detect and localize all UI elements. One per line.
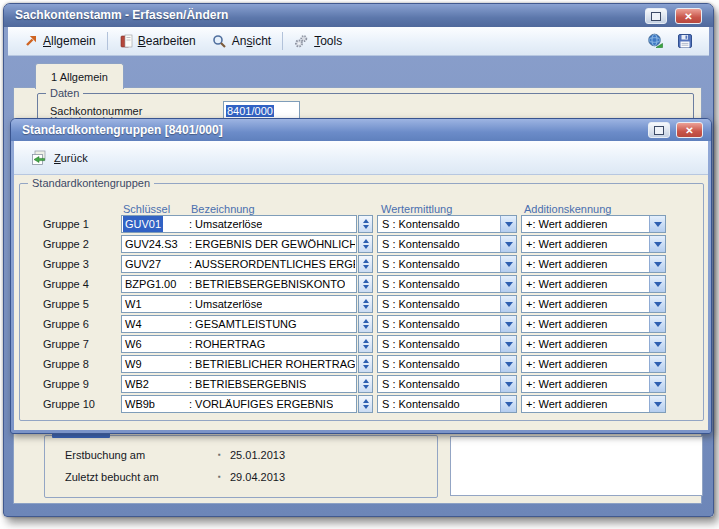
spinner-button[interactable]	[358, 295, 373, 313]
dropdown-button[interactable]	[500, 336, 516, 352]
dropdown-button[interactable]	[649, 216, 665, 232]
key-description-field[interactable]: W6 : ROHERTRAG	[121, 335, 357, 353]
dialog-restore-button[interactable]	[648, 122, 670, 138]
spinner-button[interactable]	[358, 235, 373, 253]
wertermittlung-select[interactable]: S : Kontensaldo	[377, 255, 517, 273]
dropdown-button[interactable]	[500, 276, 516, 292]
dropdown-button[interactable]	[500, 316, 516, 332]
main-restore-button[interactable]	[645, 8, 667, 24]
wertermittlung-select[interactable]: S : Kontensaldo	[377, 215, 517, 233]
key-description-field[interactable]: GUV24.S3 : ERGEBNIS DER GEWÖHNLICHEN GES	[121, 235, 357, 253]
dropdown-button[interactable]	[649, 276, 665, 292]
bullet-icon: ▪	[218, 472, 221, 481]
key-description-field[interactable]: W4 : GESAMTLEISTUNG	[121, 315, 357, 333]
spinner-button[interactable]	[358, 315, 373, 333]
key-description-field[interactable]: GUV27 : AUSSERORDENTLICHES ERGEBNIS	[121, 255, 357, 273]
menu-item-ansicht[interactable]: Ansicht	[204, 29, 279, 53]
dropdown-button[interactable]	[500, 356, 516, 372]
table-row: Gruppe 10 WB9b : VORLÄUFIGES ERGEBNIS S …	[11, 395, 711, 415]
wertermittlung-select[interactable]: S : Kontensaldo	[377, 395, 517, 413]
dropdown-button[interactable]	[649, 376, 665, 392]
wertermittlung-select[interactable]: S : Kontensaldo	[377, 335, 517, 353]
additionskennung-select[interactable]: +: Wert addieren	[521, 275, 666, 293]
wertermittlung-select[interactable]: S : Kontensaldo	[377, 235, 517, 253]
additionskennung-select[interactable]: +: Wert addieren	[521, 215, 666, 233]
key-description-field[interactable]: BZPG1.00 : BETRIEBSERGEBNISKONTO	[121, 275, 357, 293]
menu-item-bearbeiten[interactable]: Bearbeiten	[111, 29, 204, 53]
dropdown-button[interactable]	[500, 216, 516, 232]
wertermittlung-select[interactable]: S : Kontensaldo	[377, 295, 517, 313]
dropdown-button[interactable]	[500, 296, 516, 312]
restore-icon	[654, 126, 664, 135]
key-text: BZPG1.00	[125, 276, 176, 292]
dropdown-button[interactable]	[649, 336, 665, 352]
additionskennung-select[interactable]: +: Wert addieren	[521, 375, 666, 393]
spinner-button[interactable]	[358, 355, 373, 373]
spin-down-icon	[363, 325, 369, 329]
dialog-title: Standardkontengruppen [8401/000]	[22, 123, 223, 137]
chevron-down-icon	[654, 402, 662, 407]
spin-down-icon	[363, 385, 369, 389]
additionskennung-select[interactable]: +: Wert addieren	[521, 395, 666, 413]
dropdown-button[interactable]	[649, 316, 665, 332]
dropdown-button[interactable]	[500, 376, 516, 392]
dropdown-button[interactable]	[649, 356, 665, 372]
additionskennung-select[interactable]: +: Wert addieren	[521, 255, 666, 273]
column-header-wertermittlung: Wertermittlung	[381, 203, 452, 215]
table-row: Gruppe 2 GUV24.S3 : ERGEBNIS DER GEWÖHNL…	[11, 235, 711, 255]
restore-icon	[651, 12, 661, 21]
sachkontonummer-input[interactable]: 8401/000	[223, 101, 300, 119]
wertermittlung-select[interactable]: S : Kontensaldo	[377, 355, 517, 373]
spin-up-icon	[363, 259, 369, 263]
menu-item-tools[interactable]: Tools	[286, 29, 350, 53]
key-description-field[interactable]: W9 : BETRIEBLICHER ROHERTRAG	[121, 355, 357, 373]
table-row: Gruppe 7 W6 : ROHERTRAG S : Kontensaldo …	[11, 335, 711, 355]
additionskennung-select[interactable]: +: Wert addieren	[521, 355, 666, 373]
notes-panel[interactable]	[450, 436, 703, 496]
standard-groups-rows: Gruppe 1 GUV01 : Umsatzerlöse S : Konten…	[11, 215, 711, 415]
spinner-button[interactable]	[358, 375, 373, 393]
key-text: GUV24.S3	[125, 236, 178, 252]
wertermittlung-select[interactable]: S : Kontensaldo	[377, 315, 517, 333]
additionskennung-select[interactable]: +: Wert addieren	[521, 335, 666, 353]
booking-row: Zuletzt bebucht am ▪ 29.04.2013	[45, 471, 437, 485]
table-row: Gruppe 9 WB2 : BETRIEBSERGEBNIS S : Kont…	[11, 375, 711, 395]
main-close-button[interactable]: ✕	[675, 8, 702, 24]
dropdown-button[interactable]	[649, 396, 665, 412]
tab-allgemein[interactable]: 1 Allgemein	[35, 63, 124, 89]
key-description-field[interactable]: WB2 : BETRIEBSERGEBNIS	[121, 375, 357, 393]
dropdown-button[interactable]	[649, 236, 665, 252]
wertermittlung-select[interactable]: S : Kontensaldo	[377, 275, 517, 293]
chevron-down-icon	[654, 242, 662, 247]
key-description-field[interactable]: W1 : Umsatzerlöse	[121, 295, 357, 313]
menu-item-allgemein[interactable]: Allgemein	[16, 29, 104, 53]
additionskennung-select[interactable]: +: Wert addieren	[521, 235, 666, 253]
group-label: Gruppe 2	[43, 238, 89, 250]
dropdown-button[interactable]	[649, 296, 665, 312]
chevron-down-icon	[505, 282, 513, 287]
save-icon[interactable]	[677, 33, 693, 49]
spinner-button[interactable]	[358, 215, 373, 233]
spin-up-icon	[363, 239, 369, 243]
wertermittlung-select[interactable]: S : Kontensaldo	[377, 375, 517, 393]
chevron-down-icon	[505, 302, 513, 307]
spinner-button[interactable]	[358, 255, 373, 273]
spinner-button[interactable]	[358, 395, 373, 413]
additionskennung-select[interactable]: +: Wert addieren	[521, 295, 666, 313]
dropdown-button[interactable]	[500, 396, 516, 412]
dropdown-button[interactable]	[500, 256, 516, 272]
back-button[interactable]: Zurück	[24, 146, 95, 170]
dialog-toolbar: Zurück	[14, 141, 708, 175]
spinner-button[interactable]	[358, 275, 373, 293]
spinner-button[interactable]	[358, 335, 373, 353]
dropdown-button[interactable]	[649, 256, 665, 272]
dialog-close-button[interactable]: ✕	[676, 122, 703, 138]
main-toolbar: Allgemein Bearbeiten Ansicht Tools	[8, 27, 709, 56]
globe-transfer-icon[interactable]	[647, 33, 664, 50]
key-description-field[interactable]: WB9b : VORLÄUFIGES ERGEBNIS	[121, 395, 357, 413]
additionskennung-select[interactable]: +: Wert addieren	[521, 315, 666, 333]
spin-down-icon	[363, 365, 369, 369]
close-icon: ✕	[684, 11, 692, 22]
dropdown-button[interactable]	[500, 236, 516, 252]
key-description-field[interactable]: GUV01 : Umsatzerlöse	[121, 215, 357, 233]
